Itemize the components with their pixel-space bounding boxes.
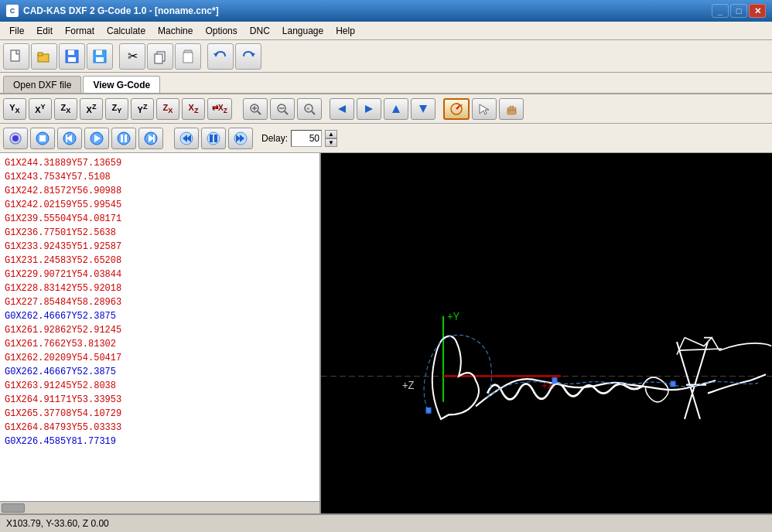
svg-rect-53 [153, 135, 155, 142]
gcode-line: G0X262.46667Y52.3875 [5, 309, 315, 323]
axis-xz2-button[interactable]: XZ [182, 98, 205, 120]
svg-line-32 [456, 106, 459, 109]
redo-button[interactable] [235, 43, 261, 70]
menu-calculate[interactable]: Calculate [101, 22, 152, 39]
menu-help[interactable]: Help [330, 22, 361, 39]
maximize-button[interactable]: □ [730, 4, 747, 18]
menu-machine[interactable]: Machine [152, 22, 199, 39]
menu-format[interactable]: Format [59, 22, 101, 39]
prev-button[interactable] [57, 128, 82, 149]
pan-down-button[interactable] [411, 98, 436, 120]
svg-marker-29 [419, 105, 427, 113]
gcode-lines: G1X244.31889Y57.13659G1X243.7534Y57.5108… [0, 153, 319, 452]
svg-rect-49 [121, 135, 123, 142]
undo-button[interactable] [207, 43, 234, 70]
svg-marker-27 [365, 105, 373, 113]
cursor-button[interactable] [472, 98, 497, 120]
svg-marker-14 [213, 53, 218, 56]
pan-up-button[interactable] [384, 98, 408, 120]
menu-language[interactable]: Language [276, 22, 330, 39]
svg-point-57 [207, 132, 220, 145]
menu-options[interactable]: Options [199, 22, 243, 39]
pan-right-button[interactable] [357, 98, 381, 120]
title-bar: C CAD-KAS DXF 2 G-Code 1.0 - [noname.cnc… [0, 0, 772, 22]
zoom-in-button[interactable] [243, 98, 268, 120]
svg-rect-45 [66, 135, 67, 142]
new-button[interactable] [3, 43, 29, 70]
playback-toolbar: Delay: ▲ ▼ [0, 124, 772, 153]
delay-up-button[interactable]: ▲ [325, 130, 337, 138]
svg-rect-13 [183, 53, 193, 63]
gcode-line: G1X261.92862Y52.91245 [5, 323, 315, 337]
main-toolbar: * ✂ [0, 40, 772, 73]
svg-text:*: * [101, 59, 104, 64]
svg-point-40 [12, 135, 19, 142]
pan-left-button[interactable] [330, 98, 354, 120]
svg-line-24 [312, 111, 315, 114]
svg-rect-0 [11, 50, 19, 61]
svg-point-74 [552, 378, 557, 384]
tab-bar: Open DXF file View G-Code [0, 73, 772, 94]
gcode-line: G1X242.02159Y55.99545 [5, 198, 315, 212]
tab-view-gcode[interactable]: View G-Code [83, 76, 160, 93]
stop-button[interactable] [30, 128, 55, 149]
gcode-line: G1X236.77501Y52.5638 [5, 226, 315, 240]
gcode-hscrollbar[interactable] [0, 501, 319, 513]
gcode-line: G1X263.91245Y52.8038 [5, 379, 315, 393]
menu-bar: File Edit Format Calculate Machine Optio… [0, 22, 772, 40]
svg-rect-63 [321, 153, 772, 513]
svg-rect-5 [68, 57, 76, 62]
axis-xz3-button[interactable]: ⇄XZ [207, 98, 232, 120]
status-bar: X103.79, Y-33.60, Z 0.00 [0, 513, 772, 532]
menu-edit[interactable]: Edit [30, 22, 59, 39]
title-icon: C [6, 5, 19, 17]
svg-point-75 [671, 381, 675, 387]
main-content: G1X244.31889Y57.13659G1X243.7534Y57.5108… [0, 153, 772, 513]
cut-button[interactable]: ✂ [119, 43, 145, 70]
gcode-panel: G1X244.31889Y57.13659G1X243.7534Y57.5108… [0, 153, 321, 513]
open-button[interactable] [31, 43, 57, 70]
gcode-line: G1X231.24583Y52.65208 [5, 254, 315, 268]
gcode-line: G1X242.81572Y56.90988 [5, 184, 315, 198]
paste-button[interactable] [175, 43, 201, 70]
gcode-line: G1X243.7534Y57.5108 [5, 170, 315, 184]
play-button[interactable] [84, 128, 109, 149]
axis-yx-button[interactable]: YX [3, 98, 26, 120]
fast-next-button[interactable] [228, 128, 253, 149]
next-frame-button[interactable] [138, 128, 163, 149]
svg-rect-2 [38, 53, 43, 56]
fast-pause-button[interactable] [201, 128, 226, 149]
svg-line-21 [285, 111, 288, 114]
rotate-button[interactable] [443, 98, 470, 120]
copy-button[interactable] [147, 43, 173, 70]
pause-button[interactable] [111, 128, 136, 149]
tab-open-dxf[interactable]: Open DXF file [3, 76, 81, 93]
delay-input[interactable] [291, 130, 322, 147]
gcode-line: G1X264.84793Y55.03333 [5, 421, 315, 435]
svg-marker-33 [480, 104, 489, 114]
minimize-button[interactable]: _ [712, 4, 729, 18]
save-button[interactable] [59, 43, 85, 70]
axis-zy-button[interactable]: ZY [105, 98, 128, 120]
gcode-line: G1X244.31889Y57.13659 [5, 156, 315, 170]
fast-prev-button[interactable] [174, 128, 199, 149]
save-as-button[interactable]: * [87, 43, 113, 70]
axis-xz-button[interactable]: XZ [80, 98, 103, 120]
gcode-line: G1X264.91171Y53.33953 [5, 393, 315, 407]
hand-button[interactable] [499, 98, 524, 120]
title-text: CAD-KAS DXF 2 G-Code 1.0 - [noname.cnc*] [23, 5, 712, 16]
record-button[interactable] [3, 128, 28, 149]
zoom-fit-button[interactable]: ≡ [297, 98, 322, 120]
position-text: X103.79, Y-33.60, Z 0.00 [6, 518, 109, 529]
menu-dnc[interactable]: DNC [244, 22, 276, 39]
axis-xy-button[interactable]: XY [29, 98, 52, 120]
delay-down-button[interactable]: ▼ [325, 138, 337, 147]
axis-yz-button[interactable]: YZ [131, 98, 154, 120]
zoom-out-button[interactable] [270, 98, 295, 120]
close-button[interactable]: ✕ [749, 4, 766, 18]
viewport[interactable]: +Y +X +Z [321, 153, 772, 513]
gcode-scroll[interactable]: G1X244.31889Y57.13659G1X243.7534Y57.5108… [0, 153, 319, 501]
axis-zx-button[interactable]: ZX [54, 98, 77, 120]
menu-file[interactable]: File [3, 22, 30, 39]
axis-zx2-button[interactable]: ZX [156, 98, 179, 120]
